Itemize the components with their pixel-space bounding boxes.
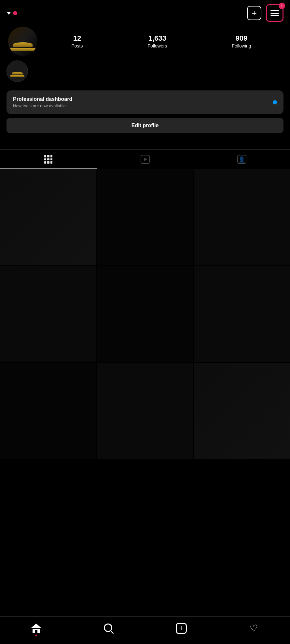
- menu-line-1: [270, 10, 279, 11]
- grid-post-4[interactable]: [0, 266, 96, 362]
- avatar-placeholder: [8, 27, 37, 56]
- grid-cell-6: [50, 158, 53, 161]
- grid-cell-9: [50, 161, 53, 164]
- chevron-down-icon: [7, 12, 11, 15]
- profile-section: 12 Posts 1,633 Followers 909 Following: [0, 23, 290, 85]
- username-dropdown[interactable]: [7, 11, 17, 15]
- house-roof: [31, 624, 41, 628]
- following-label: Following: [232, 43, 251, 48]
- grid-post-7[interactable]: [0, 363, 96, 459]
- grid-cell-3: [50, 155, 53, 157]
- grid-cell-7: [44, 161, 47, 164]
- heart-icon: ♡: [250, 624, 258, 633]
- tab-reels[interactable]: [97, 150, 193, 169]
- home-icon: [31, 624, 41, 633]
- grid-post-8[interactable]: [97, 363, 193, 459]
- following-count: 909: [236, 34, 248, 43]
- pro-dashboard-title: Professional dashboard: [13, 96, 72, 102]
- pro-dashboard-text: Professional dashboard New tools are now…: [13, 96, 72, 108]
- tab-tagged[interactable]: 👤: [193, 150, 290, 169]
- hat-shape: [13, 42, 33, 47]
- house-door: [35, 630, 37, 633]
- highlight-circle: [7, 60, 28, 82]
- nav-likes[interactable]: ♡: [244, 622, 264, 635]
- grid-post-6[interactable]: [194, 266, 290, 362]
- grid-post-5[interactable]: [97, 266, 193, 362]
- grid-cell-8: [47, 161, 49, 164]
- search-icon: [104, 624, 114, 633]
- followers-stat[interactable]: 1,633 Followers: [147, 34, 167, 48]
- tagged-person-icon: 👤: [238, 157, 245, 162]
- nav-search[interactable]: [99, 622, 118, 635]
- create-button[interactable]: +: [247, 6, 261, 20]
- tab-grid[interactable]: [0, 150, 97, 169]
- followers-count: 1,633: [148, 34, 166, 43]
- avatar-area[interactable]: [7, 27, 39, 56]
- nav-add[interactable]: +: [172, 622, 191, 635]
- header-right: + 1: [247, 4, 283, 22]
- pro-dashboard-card[interactable]: Professional dashboard New tools are now…: [7, 90, 283, 114]
- profile-top-row: 12 Posts 1,633 Followers 909 Following: [7, 27, 283, 56]
- posts-count: 12: [73, 34, 81, 43]
- plus-cross-icon: +: [179, 624, 183, 632]
- reels-icon: [141, 155, 150, 164]
- edit-profile-button[interactable]: Edit profile: [7, 118, 283, 133]
- menu-button[interactable]: 1: [266, 4, 283, 22]
- grid-post-3[interactable]: [194, 169, 290, 265]
- bottom-nav: + ♡: [0, 616, 290, 644]
- followers-label: Followers: [147, 43, 167, 48]
- content-tabs: 👤: [0, 149, 290, 169]
- house-body: [33, 629, 40, 633]
- small-hat-brim: [10, 75, 24, 77]
- header-left: [7, 11, 17, 15]
- grid-cell-5: [47, 158, 49, 161]
- search-circle: [104, 624, 112, 632]
- home-active-dot: [35, 635, 37, 636]
- add-icon: +: [176, 623, 187, 634]
- menu-line-2: [270, 13, 279, 14]
- notification-badge: 1: [279, 3, 285, 9]
- tagged-icon: 👤: [237, 155, 246, 164]
- hamburger-icon: [270, 10, 279, 16]
- hat-brim: [10, 48, 36, 51]
- content-grid: [0, 169, 290, 459]
- search-handle: [111, 631, 114, 634]
- avatar[interactable]: [8, 27, 37, 56]
- reels-play-icon: [144, 157, 147, 161]
- highlight-row: [7, 56, 28, 85]
- small-hat-shape: [12, 72, 23, 74]
- posts-label: Posts: [71, 43, 83, 48]
- grid-post-9[interactable]: [194, 363, 290, 459]
- pro-dashboard-dot: [273, 100, 277, 104]
- grid-post-1[interactable]: [0, 169, 96, 265]
- highlight-item[interactable]: [7, 60, 28, 82]
- top-header: + 1: [0, 0, 290, 23]
- pro-dashboard-subtitle: New tools are now available.: [13, 103, 72, 108]
- posts-stat[interactable]: 12 Posts: [71, 34, 83, 48]
- bottom-spacer: [0, 459, 290, 491]
- grid-icon: [44, 155, 53, 164]
- stats-row: 12 Posts 1,633 Followers 909 Following: [39, 34, 283, 48]
- grid-post-2[interactable]: [97, 169, 193, 265]
- plus-icon: +: [252, 9, 256, 17]
- following-stat[interactable]: 909 Following: [232, 34, 251, 48]
- grid-cell-2: [47, 155, 49, 157]
- live-indicator-dot: [13, 11, 17, 15]
- grid-cell-1: [44, 155, 47, 157]
- nav-home[interactable]: [26, 622, 46, 635]
- grid-cell-4: [44, 158, 47, 161]
- menu-line-3: [270, 15, 279, 16]
